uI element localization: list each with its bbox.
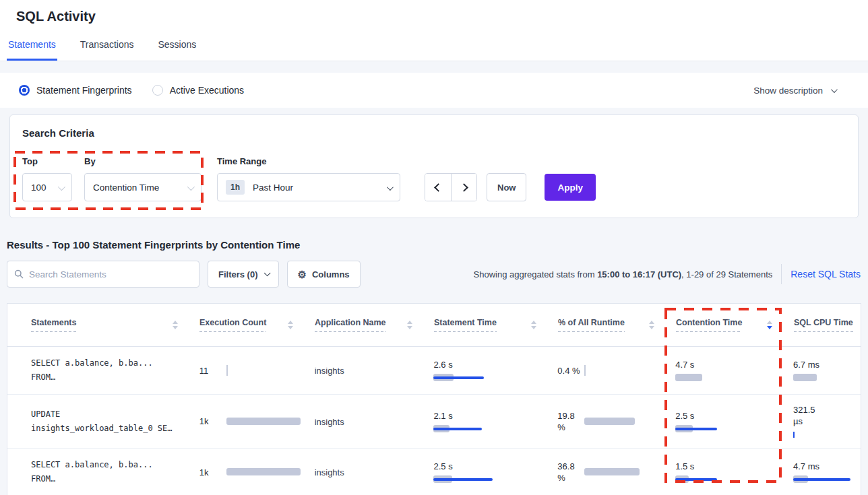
- filters-label: Filters (0): [218, 269, 258, 279]
- page-header: SQL Activity Statements Transactions Ses…: [0, 0, 868, 61]
- time-range-field: Time Range 1h Past Hour: [214, 156, 400, 201]
- col-header-statements[interactable]: Statements: [31, 318, 76, 332]
- show-description-toggle[interactable]: Show description: [753, 86, 836, 96]
- reset-sql-stats-link[interactable]: Reset SQL Stats: [790, 269, 861, 279]
- table-row[interactable]: SELECT a.balance, b.ba... FROM… 1k insig…: [7, 449, 861, 495]
- runtime-pct-cell: 0.4 %: [557, 365, 675, 376]
- results-toolbar: Filters (0) ⚙ Columns Showing aggregated…: [7, 261, 861, 288]
- execution-count-cell: 11: [199, 365, 315, 376]
- col-header-statement-time[interactable]: Statement Time: [434, 318, 497, 332]
- table-row[interactable]: UPDATE insights_workload_table_0 SE… 1k …: [7, 395, 861, 449]
- statement-time-cell: 2.1 s: [433, 410, 557, 433]
- sql-cpu-time-bar: [793, 430, 861, 438]
- statement-fingerprint[interactable]: UPDATE insights_workload_table_0 SE…: [31, 407, 199, 436]
- sql-cpu-time-cell: 6.7 ms: [793, 359, 861, 382]
- view-toggle-bar: Statement Fingerprints Active Executions…: [0, 73, 868, 108]
- execution-count-bar: [226, 418, 306, 426]
- contention-time-cell: 2.5 s: [675, 410, 793, 433]
- application-name: insights: [315, 366, 344, 376]
- chevron-down-icon: [831, 86, 838, 93]
- radio-label: Statement Fingerprints: [36, 85, 132, 96]
- tab-transactions[interactable]: Transactions: [79, 39, 135, 61]
- sql-cpu-time-bar: [793, 374, 861, 382]
- apply-button[interactable]: Apply: [545, 174, 596, 201]
- tab-statements[interactable]: Statements: [7, 39, 57, 61]
- table-header-row: Statements Execution Count Application N…: [7, 304, 861, 347]
- col-header-contention-time[interactable]: Contention Time: [676, 318, 742, 332]
- top-value: 100: [31, 183, 46, 193]
- tab-sessions[interactable]: Sessions: [156, 39, 197, 61]
- filters-button[interactable]: Filters (0): [208, 261, 279, 288]
- tab-bar: Statements Transactions Sessions: [0, 24, 868, 61]
- col-header-sql-cpu-time[interactable]: SQL CPU Time: [794, 318, 853, 332]
- statement-fingerprint[interactable]: SELECT a.balance, b.ba... FROM…: [31, 356, 199, 385]
- chevron-down-icon: [264, 269, 270, 276]
- chevron-down-icon: [187, 183, 195, 190]
- sort-carets[interactable]: [173, 321, 178, 329]
- top-label: Top: [22, 156, 72, 166]
- col-header-application-name[interactable]: Application Name: [315, 318, 386, 332]
- contention-time-cell: 4.7 s: [675, 359, 793, 382]
- runtime-pct-cell: 19.8 %: [557, 410, 675, 433]
- contention-time-cell: 1.5 s: [675, 461, 793, 484]
- table-row[interactable]: SELECT a.balance, b.ba... FROM… 11 insig…: [7, 347, 861, 395]
- time-range-select[interactable]: 1h Past Hour: [217, 173, 400, 201]
- time-nav-group: [425, 173, 477, 201]
- statement-time-bar: [433, 374, 513, 382]
- statement-time-bar: [433, 475, 513, 484]
- time-next-button[interactable]: [451, 174, 476, 201]
- search-criteria-card: Search Criteria Top 100 By Contention Ti…: [9, 114, 859, 218]
- time-range-value: Past Hour: [253, 183, 293, 193]
- statement-fingerprint[interactable]: SELECT a.balance, b.ba... FROM…: [31, 458, 199, 486]
- chevron-right-icon: [460, 183, 468, 192]
- execution-count-cell: 1k: [199, 467, 315, 478]
- radio-statement-fingerprints[interactable]: Statement Fingerprints: [19, 85, 132, 96]
- execution-count-bar: [226, 366, 306, 374]
- search-statements-box: [7, 261, 199, 288]
- chevron-down-icon: [58, 183, 65, 190]
- by-value: Contention Time: [93, 183, 159, 193]
- by-label: By: [84, 156, 202, 166]
- radio-unselected-icon: [152, 85, 163, 96]
- chevron-down-icon: [387, 184, 394, 191]
- runtime-pct-cell: 36.8 %: [557, 461, 675, 484]
- top-field: Top 100: [22, 156, 72, 201]
- radio-selected-icon: [19, 85, 30, 96]
- statement-time-cell: 2.5 s: [433, 461, 557, 484]
- runtime-pct-bar: [584, 418, 664, 426]
- sql-cpu-time-cell: 321.5 µs: [793, 404, 861, 438]
- divider: [781, 264, 782, 284]
- columns-label: Columns: [312, 269, 350, 279]
- col-header-execution-count[interactable]: Execution Count: [199, 318, 266, 332]
- columns-button[interactable]: ⚙ Columns: [287, 261, 361, 288]
- sort-carets[interactable]: [767, 321, 772, 329]
- runtime-pct-bar: [584, 468, 664, 476]
- radio-label: Active Executions: [170, 85, 245, 96]
- chevron-left-icon: [434, 183, 443, 192]
- now-button[interactable]: Now: [487, 173, 526, 201]
- gear-icon: ⚙: [298, 269, 307, 279]
- contention-time-bar: [675, 374, 755, 382]
- sort-carets[interactable]: [649, 321, 654, 329]
- sort-carets[interactable]: [531, 321, 536, 329]
- radio-active-executions[interactable]: Active Executions: [152, 85, 245, 96]
- search-statements-input[interactable]: [29, 269, 192, 279]
- col-header-runtime-pct[interactable]: % of All Runtime: [558, 318, 625, 332]
- time-range-label: Time Range: [217, 156, 400, 166]
- by-field: By Contention Time: [84, 156, 202, 201]
- table-body: SELECT a.balance, b.ba... FROM… 11 insig…: [7, 347, 861, 495]
- contention-time-bar: [675, 475, 755, 484]
- top-select[interactable]: 100: [22, 173, 72, 201]
- time-prev-button[interactable]: [425, 174, 451, 201]
- sql-cpu-time-bar: [793, 475, 861, 484]
- results-heading: Results - Top 100 Statement Fingerprints…: [7, 239, 868, 251]
- statements-table: Statements Execution Count Application N…: [7, 303, 861, 495]
- statement-time-cell: 2.6 s: [433, 359, 557, 382]
- sort-carets[interactable]: [288, 321, 293, 329]
- page-title: SQL Activity: [0, 0, 868, 24]
- search-criteria-heading: Search Criteria: [21, 127, 847, 139]
- by-select[interactable]: Contention Time: [84, 173, 202, 201]
- stats-summary: Showing aggregated stats from 15:00 to 1…: [474, 269, 773, 279]
- sort-carets[interactable]: [407, 321, 412, 329]
- statement-time-bar: [433, 425, 513, 433]
